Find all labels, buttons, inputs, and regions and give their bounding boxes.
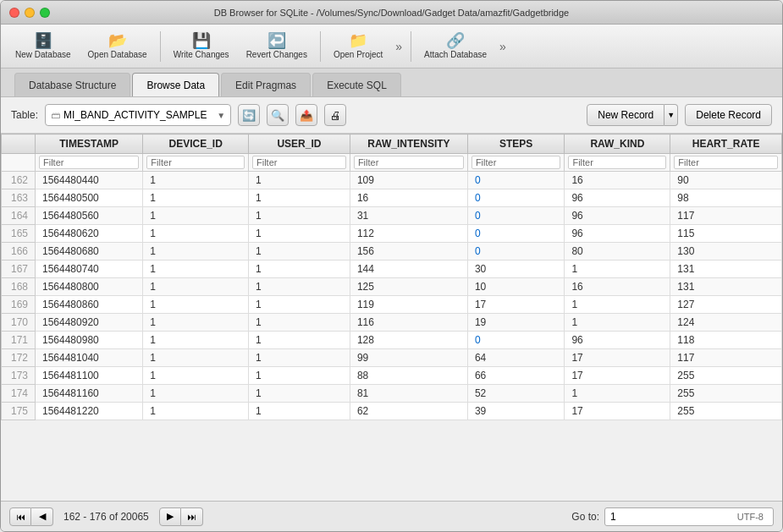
revert-changes-button[interactable]: ↩️ Revert Changes (239, 28, 315, 65)
filter-timestamp[interactable] (36, 154, 143, 172)
filter-steps-input[interactable] (471, 156, 561, 169)
open-db-label: Open Database (88, 50, 147, 59)
open-database-button[interactable]: 📂 Open Database (80, 28, 155, 65)
col-header-raw-kind[interactable]: RAW_KIND (565, 134, 670, 154)
cell-steps[interactable]: 0 (467, 332, 565, 349)
write-changes-button[interactable]: 💾 Write Changes (166, 28, 237, 65)
cell-timestamp: 1564481160 (36, 385, 143, 403)
table-controls: Table: 🗃 MI_BAND_ACTIVITY_SAMPLE ▼ 🔄 🔍 📤… (1, 97, 782, 133)
table-row[interactable]: 16215644804401110901690 (2, 172, 782, 189)
filter-heart-rate[interactable] (670, 154, 782, 172)
tab-db-structure-label: Database Structure (29, 80, 116, 91)
filter-heart-rate-input[interactable] (674, 156, 778, 169)
attach-database-button[interactable]: 🔗 Attach Database (416, 28, 494, 65)
prev-page-button[interactable]: ◀ (31, 507, 53, 526)
new-database-button[interactable]: 🗄️ New Database (8, 28, 79, 65)
tab-edit-pragmas[interactable]: Edit Pragmas (221, 73, 311, 96)
table-row[interactable]: 173156448110011886617255 (2, 367, 782, 385)
cell-device-id: 1 (143, 349, 249, 367)
first-page-button[interactable]: ⏮ (9, 507, 31, 526)
filter-device-id[interactable] (143, 154, 249, 172)
cell-steps[interactable]: 0 (467, 189, 565, 207)
table-row[interactable]: 170156448092011116191124 (2, 314, 782, 332)
cell-raw-intensity: 119 (350, 296, 467, 314)
filter-user-id[interactable] (249, 154, 350, 172)
cell-steps[interactable]: 0 (467, 172, 565, 189)
close-button[interactable] (9, 8, 19, 18)
cell-timestamp: 1564481040 (36, 349, 143, 367)
filter-rownum (2, 154, 36, 172)
table-row[interactable]: 172156448104011996417117 (2, 349, 782, 367)
cell-raw-intensity: 99 (350, 349, 467, 367)
table-row[interactable]: 171156448098011128096118 (2, 332, 782, 349)
cell-heart-rate: 117 (670, 207, 782, 225)
cell-heart-rate: 255 (670, 385, 782, 403)
table-selector[interactable]: 🗃 MI_BAND_ACTIVITY_SAMPLE ▼ (45, 104, 231, 126)
tab-execute-sql[interactable]: Execute SQL (312, 73, 401, 96)
refresh-button[interactable]: 🔄 (238, 104, 260, 126)
filter-raw-kind-input[interactable] (568, 156, 666, 169)
table-row[interactable]: 175156448122011623917255 (2, 403, 782, 420)
cell-user-id: 1 (249, 189, 350, 207)
toolbar-separator-1 (160, 31, 161, 62)
cell-raw-kind: 1 (565, 314, 670, 332)
cell-timestamp: 1564480680 (36, 243, 143, 261)
cell-device-id: 1 (143, 314, 249, 332)
cell-device-id: 1 (143, 261, 249, 278)
cell-heart-rate: 130 (670, 243, 782, 261)
cell-raw-kind: 16 (565, 278, 670, 296)
col-header-heart-rate[interactable]: HEART_RATE (670, 134, 782, 154)
cell-steps: 66 (467, 367, 565, 385)
export-button[interactable]: 📤 (295, 104, 317, 126)
filter-raw-intensity-input[interactable] (354, 156, 464, 169)
toolbar: 🗄️ New Database 📂 Open Database 💾 Write … (1, 25, 782, 69)
next-page-button[interactable]: ▶ (159, 507, 181, 526)
cell-raw-kind: 16 (565, 172, 670, 189)
overflow-1[interactable]: » (392, 40, 405, 53)
cell-steps[interactable]: 0 (467, 207, 565, 225)
write-icon: 💾 (192, 33, 211, 48)
table-row[interactable]: 167156448074011144301131 (2, 261, 782, 278)
table-body: 1621564480440111090169016315644805001116… (2, 172, 782, 420)
pagination-info: 162 - 176 of 20065 (63, 511, 149, 523)
cell-raw-kind: 17 (565, 367, 670, 385)
new-record-dropdown[interactable]: ▼ (664, 104, 678, 126)
last-page-button[interactable]: ⏭ (181, 507, 203, 526)
filter-user-id-input[interactable] (252, 156, 346, 169)
overflow-2[interactable]: » (496, 40, 510, 53)
filter-steps[interactable] (467, 154, 565, 172)
print-button[interactable]: 🖨 (324, 104, 346, 126)
col-header-timestamp[interactable]: TIMESTAMP (36, 134, 143, 154)
minimize-button[interactable] (25, 8, 35, 18)
maximize-button[interactable] (40, 8, 50, 18)
cell-raw-intensity: 128 (350, 332, 467, 349)
delete-record-button[interactable]: Delete Record (685, 104, 772, 126)
filter-raw-intensity[interactable] (350, 154, 467, 172)
table-row[interactable]: 169156448086011119171127 (2, 296, 782, 314)
tab-database-structure[interactable]: Database Structure (14, 73, 130, 96)
filter-button[interactable]: 🔍 (267, 104, 289, 126)
col-header-steps[interactable]: STEPS (467, 134, 565, 154)
tabbar: Database Structure Browse Data Edit Prag… (1, 69, 782, 97)
filter-device-id-input[interactable] (146, 156, 245, 169)
table-row[interactable]: 1681564480800111251016131 (2, 278, 782, 296)
tab-browse-data-label: Browse Data (146, 80, 205, 91)
cell-steps[interactable]: 0 (467, 243, 565, 261)
table-row[interactable]: 16415644805601131096117 (2, 207, 782, 225)
col-header-raw-intensity[interactable]: RAW_INTENSITY (350, 134, 467, 154)
table-row[interactable]: 166156448068011156080130 (2, 243, 782, 261)
filter-timestamp-input[interactable] (39, 156, 139, 169)
new-record-button[interactable]: New Record (587, 104, 664, 126)
filter-raw-kind[interactable] (565, 154, 670, 172)
col-header-device-id[interactable]: DEVICE_ID (143, 134, 249, 154)
cell-steps[interactable]: 0 (467, 225, 565, 243)
table-row[interactable]: 165156448062011112096115 (2, 225, 782, 243)
cell-steps: 64 (467, 349, 565, 367)
tab-browse-data[interactable]: Browse Data (132, 73, 219, 96)
cell-device-id: 1 (143, 225, 249, 243)
col-header-user-id[interactable]: USER_ID (249, 134, 350, 154)
table-row[interactable]: 1631564480500111609698 (2, 189, 782, 207)
cell-heart-rate: 255 (670, 403, 782, 420)
table-row[interactable]: 17415644811601181521255 (2, 385, 782, 403)
open-project-button[interactable]: 📁 Open Project (326, 28, 390, 65)
